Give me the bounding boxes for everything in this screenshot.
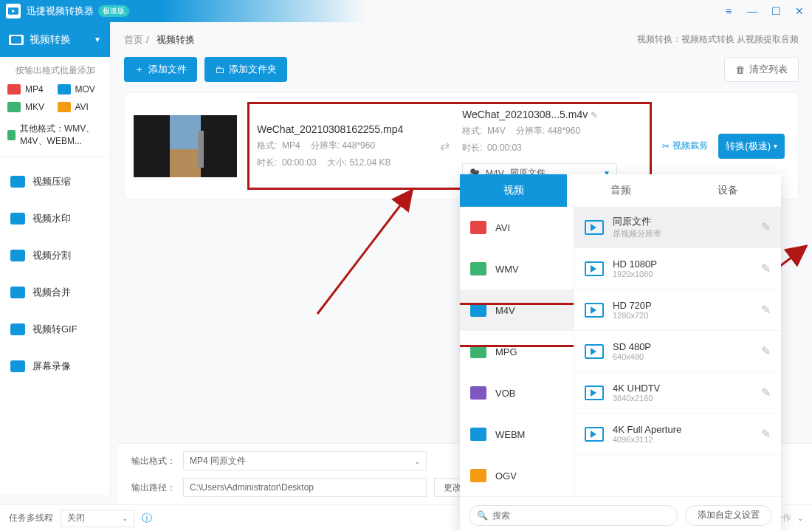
annotation-arrow [317,181,436,314]
sidebar-item-gif[interactable]: 视频转GIF [0,311,110,348]
format-option-avi[interactable]: AVI [460,207,574,248]
sidebar-item-split[interactable]: 视频分割 [0,237,110,274]
add-custom-button[interactable]: 添加自定义设置 [685,505,772,526]
info-icon[interactable]: ⓘ [142,512,152,525]
sidebar-item-merge[interactable]: 视频合并 [0,274,110,311]
format-mp4[interactable]: MP4 [7,84,53,95]
resolution-option[interactable]: 同原文件原视频分辨率✎ [574,207,781,248]
menu-button[interactable]: ≡ [722,5,735,17]
play-icon [585,261,604,276]
minimize-button[interactable]: — [746,5,759,17]
gif-icon [10,323,25,335]
resolution-option[interactable]: 4K UHDTV3840x2160✎ [574,372,781,414]
trash-icon: 🗑 [735,64,745,75]
mov-icon [58,84,71,95]
search-icon: 🔍 [477,510,488,521]
chevron-down-icon: ▾ [774,142,777,150]
watermark-icon [10,213,25,225]
format-popup: 视频 音频 设备 AVI WMV M4V MPG VOB WEBM OGV 同原… [460,174,781,531]
thread-select[interactable]: 关闭⌄ [61,510,134,527]
scissors-icon: ✂ [662,141,670,151]
m4v-icon [470,304,486,317]
format-other[interactable]: 其他格式：WMV、M4V、WEBM... [0,120,110,151]
format-avi[interactable]: AVI [58,102,103,112]
swap-icon: ⇄ [437,139,452,153]
maximize-button[interactable]: ☐ [769,5,782,17]
output-path-field[interactable]: C:\Users\Administrator\Desktop [183,478,427,497]
format-option-vob[interactable]: VOB [460,372,574,414]
chevron-down-icon[interactable]: ⌄ [797,514,803,522]
format-mov[interactable]: MOV [58,84,103,95]
clear-list-button[interactable]: 🗑清空列表 [724,57,799,82]
breadcrumb: 首页 / 视频转换 视频转换：视频格式转换 从视频提取音频 [111,22,812,57]
format-option-m4v[interactable]: M4V [460,290,574,331]
add-file-button[interactable]: ＋添加文件 [124,57,197,82]
resolution-option[interactable]: HD 720P1280x720✎ [574,290,781,331]
titlebar: 迅捷视频转换器 极速版 ≡ — ☐ ✕ [0,0,812,22]
merge-icon [10,287,25,298]
app-logo-icon [6,4,21,18]
window-controls: ≡ — ☐ ✕ [722,5,806,17]
breadcrumb-home[interactable]: 首页 [124,33,143,47]
source-filename: WeChat_20210308162255.mp4 [257,123,427,135]
video-thumbnail[interactable] [134,115,237,177]
edit-icon[interactable]: ✎ [761,386,771,400]
add-folder-button[interactable]: 🗀添加文件夹 [204,57,287,82]
avi-icon [58,102,71,112]
sidebar-item-compress[interactable]: 视频压缩 [0,163,110,200]
edit-icon[interactable]: ✎ [761,344,771,358]
chevron-down-icon: ▼ [94,35,101,44]
edit-icon[interactable]: ✎ [761,427,771,441]
sidebar-main-label: 视频转换 [30,33,71,47]
play-icon [585,386,604,400]
other-icon [7,130,16,140]
play-icon [585,220,604,235]
sidebar: 视频转换 ▼ 按输出格式批量添加 MP4 MOV MKV AVI 其他格式：WM… [0,22,111,495]
format-option-ogv[interactable]: OGV [460,455,574,496]
sidebar-main-dropdown[interactable]: 视频转换 ▼ [0,22,110,57]
play-icon [585,427,604,442]
wmv-icon [470,262,486,275]
tab-video[interactable]: 视频 [460,174,567,207]
video-icon [9,35,24,45]
webm-icon [470,428,486,441]
breadcrumb-current: 视频转换 [156,33,195,47]
tab-audio[interactable]: 音频 [567,174,674,207]
crop-button[interactable]: ✂视频裁剪 [662,140,708,152]
dest-filename: WeChat_20210308...5.m4v [462,109,588,120]
play-icon [585,303,604,318]
format-option-mpg[interactable]: MPG [460,331,574,372]
resolution-option[interactable]: HD 1080P1920x1080✎ [574,248,781,290]
edit-icon[interactable]: ✎ [761,303,771,317]
close-button[interactable]: ✕ [793,5,806,17]
resolution-option[interactable]: SD 480P640x480✎ [574,331,781,372]
rename-icon[interactable]: ✎ [591,110,598,120]
split-icon [10,250,25,261]
edit-icon[interactable]: ✎ [761,220,771,234]
toolbar: ＋添加文件 🗀添加文件夹 🗑清空列表 [111,57,812,92]
record-icon [10,360,25,372]
search-box[interactable]: 🔍 [469,505,678,526]
resolution-list[interactable]: 同原文件原视频分辨率✎ HD 1080P1920x1080✎ HD 720P12… [574,207,781,496]
format-option-wmv[interactable]: WMV [460,248,574,290]
batch-hint: 按输出格式批量添加 [0,57,110,84]
format-mkv[interactable]: MKV [7,102,53,112]
app-title: 迅捷视频转换器 [27,4,94,18]
format-option-webm[interactable]: WEBM [460,414,574,455]
sidebar-item-record[interactable]: 屏幕录像 [0,348,110,385]
popup-tabs: 视频 音频 设备 [460,174,781,207]
mkv-icon [7,102,21,112]
tab-device[interactable]: 设备 [674,174,781,207]
search-input[interactable] [492,510,670,521]
resolution-option[interactable]: 4K Full Aperture4096x3112✎ [574,414,781,455]
folder-icon: 🗀 [215,64,224,75]
edit-icon[interactable]: ✎ [761,261,771,275]
output-format-dropdown[interactable]: MP4 同原文件⌄ [183,451,427,470]
convert-button[interactable]: 转换(极速)▾ [718,134,785,159]
format-list[interactable]: AVI WMV M4V MPG VOB WEBM OGV [460,207,574,496]
mpg-icon [470,345,486,358]
plus-icon: ＋ [134,63,144,76]
vob-icon [470,386,486,400]
sidebar-item-watermark[interactable]: 视频水印 [0,200,110,237]
thread-label: 任务多线程 [9,512,53,524]
